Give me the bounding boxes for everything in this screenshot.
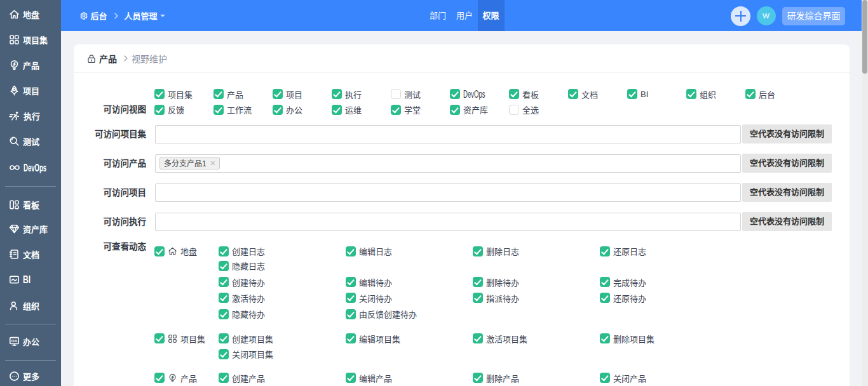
svg-text:OA: OA (11, 338, 18, 343)
